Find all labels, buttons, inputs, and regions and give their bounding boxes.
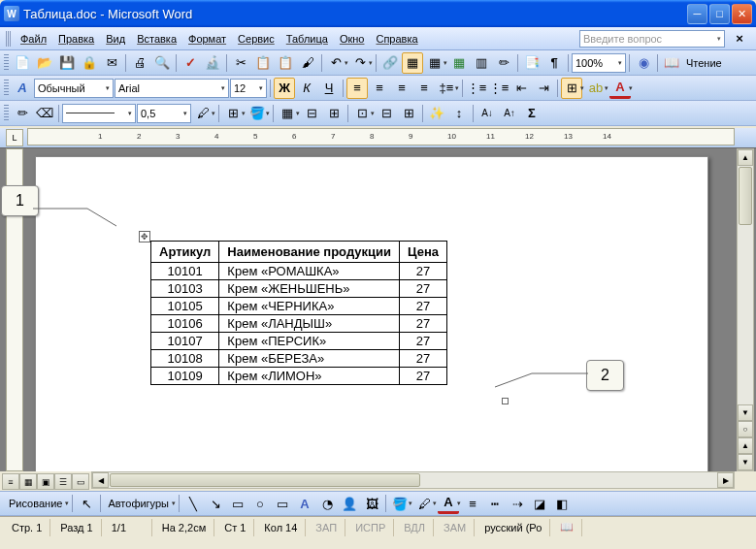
print-icon[interactable]: 🖨: [129, 52, 150, 74]
align-center-icon[interactable]: ≡: [369, 78, 390, 99]
line-color-icon[interactable]: 🖊: [413, 493, 435, 514]
arrow-style-icon[interactable]: ⇢: [507, 493, 528, 514]
table-cell[interactable]: 10108: [151, 350, 219, 368]
style-combo[interactable]: Обычный▾: [34, 79, 114, 98]
fill-color-icon[interactable]: 🪣: [389, 493, 411, 514]
textbox-icon[interactable]: ▭: [272, 493, 293, 514]
menu-tools[interactable]: Сервис: [232, 30, 280, 48]
autoformat-icon[interactable]: ✨: [426, 103, 447, 124]
align-cell-icon[interactable]: ⊡: [351, 103, 373, 124]
menu-edit[interactable]: Правка: [52, 30, 100, 48]
open-icon[interactable]: 📂: [34, 52, 55, 74]
shadow-icon[interactable]: ◪: [529, 493, 550, 514]
table-cell[interactable]: 27: [400, 298, 447, 315]
menu-window[interactable]: Окно: [334, 30, 371, 48]
grip-icon[interactable]: [4, 80, 9, 97]
numbered-list-icon[interactable]: ⋮≡: [466, 78, 487, 99]
research-icon[interactable]: 🔬: [202, 52, 223, 74]
next-page-icon[interactable]: ▼: [738, 454, 753, 470]
menu-table[interactable]: Таблица: [280, 30, 334, 48]
status-book-icon[interactable]: 📖: [552, 519, 582, 536]
doc-map-icon[interactable]: 📑: [521, 52, 542, 74]
spelling-icon[interactable]: ✓: [180, 52, 201, 74]
save-icon[interactable]: 💾: [56, 52, 78, 74]
reading-label[interactable]: Чтение: [683, 57, 725, 69]
borders-icon[interactable]: ⊞: [561, 78, 582, 99]
table-cell[interactable]: Крем «ЛИМОН»: [219, 368, 400, 385]
web-view-icon[interactable]: ▦: [19, 473, 37, 490]
arrow-icon[interactable]: ↘: [205, 493, 226, 514]
align-right-icon[interactable]: ≡: [391, 78, 412, 99]
italic-icon[interactable]: К: [296, 78, 317, 99]
select-objects-icon[interactable]: ↖: [76, 493, 97, 514]
grip-icon[interactable]: [6, 31, 11, 47]
distribute-cols-icon[interactable]: ⊞: [398, 103, 419, 124]
scroll-left-icon[interactable]: ◀: [92, 472, 109, 488]
scroll-up-icon[interactable]: ▲: [738, 149, 753, 166]
table-header[interactable]: Наименование продукции: [219, 242, 400, 263]
drawing-menu[interactable]: Рисование: [5, 498, 66, 509]
table-header[interactable]: Цена: [400, 242, 447, 263]
styles-pane-icon[interactable]: A: [12, 78, 33, 99]
help-icon[interactable]: ◉: [633, 52, 654, 74]
close-doc-button[interactable]: ×: [729, 28, 750, 49]
insert-table-icon2[interactable]: ▦: [277, 103, 298, 124]
autosum-icon[interactable]: Σ: [521, 103, 542, 124]
table-cell[interactable]: 10103: [151, 280, 219, 298]
email-icon[interactable]: ✉: [101, 52, 122, 74]
browse-obj-icon[interactable]: ○: [738, 421, 753, 437]
zoom-combo[interactable]: 100%▾: [572, 53, 626, 73]
scroll-down-icon[interactable]: ▼: [738, 404, 753, 421]
clipart-icon[interactable]: 👤: [339, 493, 360, 514]
table-cell[interactable]: Крем «ПЕРСИК»: [219, 333, 400, 350]
table-cell[interactable]: 27: [400, 333, 447, 350]
split-cells-icon[interactable]: ⊞: [323, 103, 345, 124]
sort-desc-icon[interactable]: A↑: [499, 103, 520, 124]
copy-icon[interactable]: 📋: [252, 52, 274, 74]
highlight-icon[interactable]: ab: [585, 78, 607, 99]
scroll-thumb[interactable]: [739, 167, 752, 225]
menu-file[interactable]: Файл: [15, 30, 52, 48]
cut-icon[interactable]: ✂: [230, 52, 251, 74]
horizontal-ruler[interactable]: 121234567891011121314: [27, 128, 735, 145]
table-cell[interactable]: Крем «ЖЕНЬШЕНЬ»: [219, 280, 400, 298]
table-move-handle[interactable]: ✥: [139, 231, 150, 242]
line-style-combo[interactable]: ▾: [62, 104, 136, 123]
menu-insert[interactable]: Вставка: [131, 30, 182, 48]
autoshapes-menu[interactable]: Автофигуры: [104, 498, 173, 509]
draw-table-icon[interactable]: ✏: [12, 103, 33, 124]
table-row[interactable]: 10105Крем «ЧЕРНИКА»27: [151, 298, 447, 315]
reading-view-icon[interactable]: ▭: [72, 473, 89, 490]
line-icon[interactable]: ╲: [182, 493, 204, 514]
status-rec[interactable]: ЗАП: [308, 519, 345, 536]
format-painter-icon[interactable]: 🖌: [297, 52, 318, 74]
hyperlink-icon[interactable]: 🔗: [379, 52, 401, 74]
read-icon[interactable]: 📖: [661, 52, 682, 74]
font-size-combo[interactable]: 12▾: [230, 79, 267, 98]
border-color-icon[interactable]: 🖊: [192, 103, 214, 124]
outline-view-icon[interactable]: ☰: [54, 473, 72, 490]
3d-icon[interactable]: ◧: [551, 493, 573, 514]
line-weight-combo[interactable]: 0,5▾: [137, 104, 191, 123]
status-lang[interactable]: русский (Ро: [477, 519, 550, 536]
increase-indent-icon[interactable]: ⇥: [533, 78, 554, 99]
table-cell[interactable]: Крем «ЛАНДЫШ»: [219, 315, 400, 333]
rectangle-icon[interactable]: ▭: [227, 493, 248, 514]
wordart-icon[interactable]: A: [294, 493, 315, 514]
text-direction-icon[interactable]: ↕: [448, 103, 470, 124]
tab-selector[interactable]: L: [6, 129, 23, 146]
diagram-icon[interactable]: ◔: [316, 493, 338, 514]
table-resize-handle[interactable]: [502, 398, 509, 404]
minimize-button[interactable]: ─: [687, 4, 707, 24]
redo-icon[interactable]: ↷: [349, 52, 371, 74]
line-spacing-icon[interactable]: ‡≡: [436, 78, 457, 99]
font-combo[interactable]: Arial▾: [115, 79, 229, 98]
table-cell[interactable]: 10107: [151, 333, 219, 350]
bulleted-list-icon[interactable]: ⋮≡: [488, 78, 509, 99]
sort-asc-icon[interactable]: A↓: [477, 103, 498, 124]
merge-cells-icon[interactable]: ⊟: [301, 103, 322, 124]
undo-icon[interactable]: ↶: [325, 52, 346, 74]
align-justify-icon[interactable]: ≡: [413, 78, 435, 99]
bold-icon[interactable]: Ж: [274, 78, 295, 99]
menu-help[interactable]: Справка: [370, 30, 423, 48]
